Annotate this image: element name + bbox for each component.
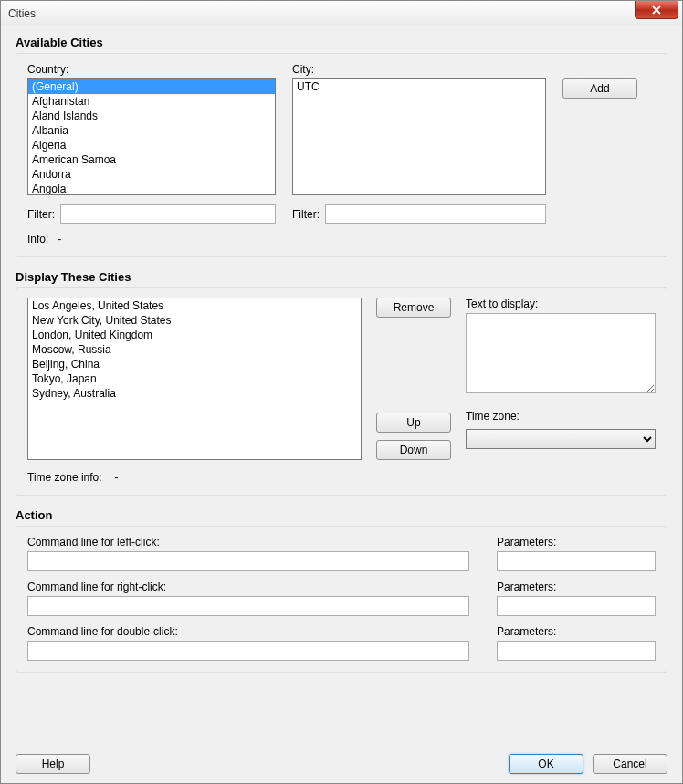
display-cities-title: Display These Cities bbox=[16, 270, 667, 284]
display-item[interactable]: London, United Kingdom bbox=[28, 328, 361, 342]
double-click-label: Command line for double-click: bbox=[27, 625, 469, 638]
display-listbox[interactable]: Los Angeles, United StatesNew York City,… bbox=[27, 298, 362, 460]
city-listbox[interactable]: UTC bbox=[292, 78, 546, 195]
country-item[interactable]: Afghanistan bbox=[28, 94, 275, 109]
country-label: Country: bbox=[27, 63, 276, 76]
help-button[interactable]: Help bbox=[16, 754, 90, 774]
timezone-select[interactable] bbox=[466, 429, 656, 449]
display-item[interactable]: New York City, United States bbox=[28, 313, 361, 328]
tz-info-value: - bbox=[115, 471, 119, 484]
country-item[interactable]: Algeria bbox=[28, 138, 275, 152]
timezone-label: Time zone: bbox=[466, 410, 656, 423]
display-cities-group: Los Angeles, United StatesNew York City,… bbox=[16, 287, 667, 496]
available-cities-title: Available Cities bbox=[16, 36, 667, 49]
action-title: Action bbox=[16, 508, 667, 522]
display-item[interactable]: Tokyo, Japan bbox=[28, 371, 361, 386]
filter-country-label: Filter: bbox=[27, 208, 55, 221]
cancel-button[interactable]: Cancel bbox=[593, 754, 667, 774]
tz-info-label: Time zone info: bbox=[27, 471, 102, 484]
country-item[interactable]: Albania bbox=[28, 123, 275, 138]
window-titlebar: Cities bbox=[1, 1, 682, 26]
left-click-input[interactable] bbox=[27, 551, 469, 571]
info-label: Info: bbox=[27, 233, 48, 246]
filter-country-input[interactable] bbox=[60, 204, 276, 224]
country-item[interactable]: American Samoa bbox=[28, 152, 275, 167]
city-label: City: bbox=[292, 63, 546, 76]
country-item[interactable]: Angola bbox=[28, 182, 275, 195]
window-title: Cities bbox=[8, 7, 36, 20]
text-to-display-input[interactable] bbox=[466, 313, 656, 393]
text-to-display-label: Text to display: bbox=[466, 298, 656, 310]
double-click-input[interactable] bbox=[27, 641, 469, 661]
display-item[interactable]: Moscow, Russia bbox=[28, 342, 361, 357]
available-cities-group: Country: (General)AfghanistanAland Islan… bbox=[16, 53, 667, 257]
display-item[interactable]: Beijing, China bbox=[28, 357, 361, 371]
action-group: Command line for left-click: Parameters:… bbox=[16, 526, 667, 673]
double-click-params-label: Parameters: bbox=[497, 625, 656, 638]
country-item[interactable]: (General) bbox=[28, 79, 275, 94]
country-item[interactable]: Aland Islands bbox=[28, 109, 275, 123]
close-icon bbox=[652, 5, 661, 15]
right-click-params-input[interactable] bbox=[497, 596, 656, 616]
left-click-params-input[interactable] bbox=[497, 551, 656, 571]
country-listbox[interactable]: (General)AfghanistanAland IslandsAlbania… bbox=[27, 78, 276, 195]
up-button[interactable]: Up bbox=[376, 413, 451, 433]
filter-city-label: Filter: bbox=[292, 208, 320, 221]
double-click-params-input[interactable] bbox=[497, 641, 656, 661]
filter-city-input[interactable] bbox=[325, 204, 546, 224]
remove-button[interactable]: Remove bbox=[376, 298, 451, 318]
country-item[interactable]: Andorra bbox=[28, 167, 275, 182]
info-value: - bbox=[58, 233, 61, 246]
display-item[interactable]: Los Angeles, United States bbox=[28, 298, 361, 313]
close-button[interactable] bbox=[635, 1, 678, 19]
add-button[interactable]: Add bbox=[562, 78, 637, 99]
display-item[interactable]: Sydney, Australia bbox=[28, 386, 361, 401]
down-button[interactable]: Down bbox=[376, 440, 451, 460]
right-click-label: Command line for right-click: bbox=[27, 580, 469, 593]
ok-button[interactable]: OK bbox=[509, 754, 583, 774]
left-click-params-label: Parameters: bbox=[497, 536, 656, 549]
left-click-label: Command line for left-click: bbox=[27, 536, 469, 549]
right-click-params-label: Parameters: bbox=[497, 580, 656, 593]
right-click-input[interactable] bbox=[27, 596, 469, 616]
city-item[interactable]: UTC bbox=[293, 79, 545, 94]
